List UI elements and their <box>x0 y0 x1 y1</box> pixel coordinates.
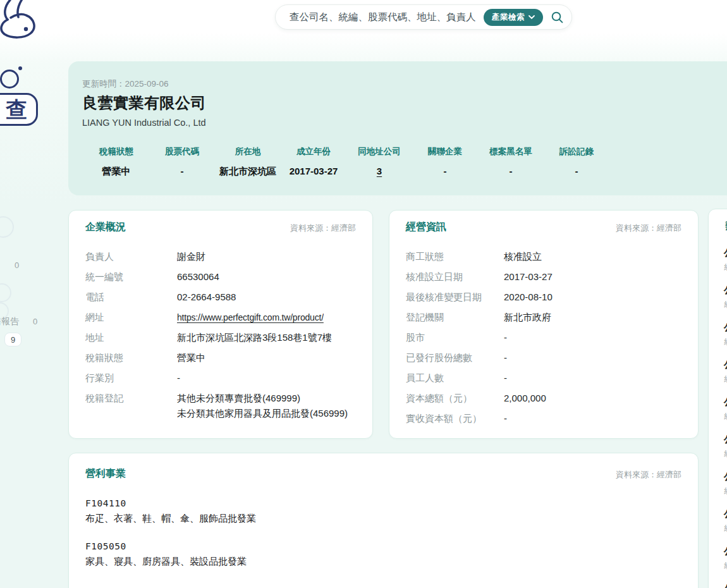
company-overview-card: 企業概況 資料來源：經濟部 負責人 謝金財 統一編號 66530064 電話 0… <box>68 210 373 439</box>
list-item[interactable]: 公司名稱統編 <box>724 358 727 385</box>
stat-stock-code: 股票代碼 - <box>149 146 215 178</box>
field-row-employee-count: 員工人數 - <box>406 368 685 388</box>
profit-business-card: 營利事業 資料來源：經濟部 F104110 布疋、衣著、鞋、帽、傘、服飾品批發業… <box>68 453 699 588</box>
field-row-last-change-date: 最後核准變更日期 2020-08-10 <box>406 287 685 307</box>
field-row-phone: 電話 02-2664-9588 <box>85 287 360 307</box>
field-row-stock-market: 股市 - <box>406 328 685 348</box>
business-desc: 布疋、衣著、鞋、帽、傘、服飾品批發業 <box>85 513 681 525</box>
stat-litigation-records: 訴訟記錄 - <box>544 146 609 178</box>
list-item[interactable]: 公司名稱統編 <box>724 508 727 534</box>
field-row-tax-registration: 稅籍登記 其他未分類專賣批發(469999) 未分類其他家用器具及用品批發(45… <box>85 388 360 424</box>
site-logo[interactable]: 查 <box>0 93 38 126</box>
business-code: F105050 <box>85 541 681 551</box>
field-row-website: 網址 https://www.perfectgift.com.tw/produc… <box>85 307 360 328</box>
business-desc: 家具、寢具、廚房器具、裝設品批發業 <box>85 556 681 568</box>
field-row-tax-id: 統一編號 66530064 <box>85 267 360 287</box>
rail-nav-icon[interactable] <box>0 283 11 302</box>
field-row-paid-in-capital: 實收資本額（元） - <box>406 408 685 429</box>
company-name: 良蕓實業有限公司 <box>82 93 206 113</box>
industry-search-label: 產業檢索 <box>492 12 525 23</box>
profit-title: 營利事業 <box>85 467 126 481</box>
rail-count-pill[interactable]: 9 <box>4 333 21 346</box>
search-input[interactable] <box>288 11 479 23</box>
overview-source: 資料來源：經濟部 <box>290 223 356 234</box>
right-side-panel: 熱門公司 公司名稱統編 公司名稱統編 公司名稱統編 公司名稱統編 公司名稱統編 … <box>708 209 727 588</box>
update-time: 更新時間：2025-09-06 <box>82 78 169 90</box>
business-source: 資料來源：經濟部 <box>616 223 681 234</box>
website-link[interactable]: https://www.perfectgift.com.tw/product/ <box>177 312 324 323</box>
profit-items: F104110 布疋、衣著、鞋、帽、傘、服飾品批發業 F105050 家具、寢具… <box>69 481 698 568</box>
list-item[interactable]: 公司名稱統編 <box>724 284 727 310</box>
profit-source: 資料來源：經濟部 <box>616 469 681 481</box>
stat-tax-status: 稅籍狀態 營業中 <box>83 146 149 178</box>
industry-search-button[interactable]: 產業檢索 <box>484 9 543 26</box>
list-item[interactable]: 公司名稱統編 <box>724 321 727 348</box>
overview-fields: 負責人 謝金財 統一編號 66530064 電話 02-2664-9588 網址… <box>69 234 372 424</box>
stats-row: 稅籍狀態 營業中 股票代碼 - 所在地 新北市深坑區 成立年份 2017-03-… <box>83 146 609 178</box>
list-item[interactable]: 公司名稱統編 <box>724 433 727 460</box>
business-fields: 商工狀態 核准設立 核准設立日期 2017-03-27 最後核准變更日期 202… <box>389 234 698 429</box>
site-logo-char: 查 <box>6 99 27 120</box>
field-row-approval-date: 核准設立日期 2017-03-27 <box>406 267 685 287</box>
field-row-owner: 負責人 謝金財 <box>85 247 360 267</box>
list-item[interactable]: 公司名稱統編 <box>724 396 727 422</box>
rail-item-report[interactable]: 財務報告 <box>0 316 19 328</box>
company-header-card: 更新時間：2025-09-06 良蕓實業有限公司 LIANG YUN Indus… <box>68 61 727 195</box>
site-logo-dot-icon <box>18 66 22 70</box>
rail-count-badge: 0 <box>15 260 19 270</box>
stat-tender-blacklist: 標案黑名單 - <box>478 146 544 178</box>
rail-nav-icon[interactable] <box>0 216 14 238</box>
profit-item: F104110 布疋、衣著、鞋、帽、傘、服飾品批發業 <box>85 498 681 525</box>
overview-title: 企業概況 <box>85 221 126 234</box>
site-logo-head-icon <box>0 70 19 89</box>
list-item[interactable]: 公司名稱統編 <box>724 470 727 497</box>
business-title: 經營資訊 <box>406 221 446 234</box>
search-icon[interactable] <box>551 11 564 24</box>
search-bar: 產業檢索 <box>275 4 572 30</box>
business-code: F104110 <box>85 498 681 508</box>
field-row-registration-status: 商工狀態 核准設立 <box>406 247 685 267</box>
business-info-card: 經營資訊 資料來源：經濟部 商工狀態 核准設立 核准設立日期 2017-03-2… <box>389 210 699 439</box>
field-row-total-capital: 資本總額（元） 2,000,000 <box>406 388 685 408</box>
field-row-issued-shares: 已發行股份總數 - <box>406 348 685 368</box>
stat-related-enterprises: 關聯企業 - <box>412 146 478 178</box>
company-name-en: LIANG YUN Industrial Co., Ltd <box>82 118 206 128</box>
stat-same-address-companies: 同地址公司 3 <box>346 146 412 178</box>
right-panel-list: 公司名稱統編 公司名稱統編 公司名稱統編 公司名稱統編 公司名稱統編 公司名稱統… <box>709 233 727 588</box>
rabbit-mascot-logo-icon[interactable] <box>0 0 56 39</box>
stat-location: 所在地 新北市深坑區 <box>215 146 281 178</box>
field-row-registry-agency: 登記機關 新北市政府 <box>406 307 685 328</box>
field-row-tax-status: 稅籍狀態 營業中 <box>85 348 360 368</box>
field-row-address: 地址 新北市深坑區北深路3段158巷1號7樓 <box>85 328 360 348</box>
chevron-down-icon <box>528 15 535 20</box>
field-row-industry-type: 行業別 - <box>85 368 360 388</box>
rail-report-count-badge: 0 <box>33 317 37 326</box>
profit-item: F105050 家具、寢具、廚房器具、裝設品批發業 <box>85 541 681 568</box>
rabbit-logo-drawing <box>0 0 56 39</box>
same-address-count-link[interactable]: 3 <box>346 166 412 176</box>
list-item[interactable]: 公司名稱統編 <box>724 545 727 572</box>
list-item[interactable]: 公司名稱統編 <box>724 582 727 588</box>
stat-founded-year: 成立年份 2017-03-27 <box>281 146 346 178</box>
list-item[interactable]: 公司名稱統編 <box>724 247 727 273</box>
page: 查 0 財務報告 0 9 產業檢索 更新時間：2025-09-06 良蕓實業有限… <box>0 0 727 588</box>
